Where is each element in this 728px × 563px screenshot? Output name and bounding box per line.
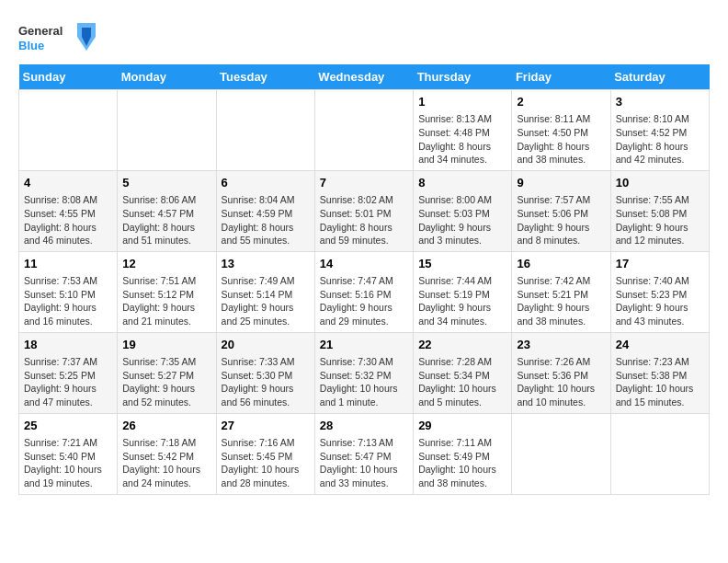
calendar-body: 1Sunrise: 8:13 AM Sunset: 4:48 PM Daylig… xyxy=(19,90,710,495)
day-number: 18 xyxy=(24,337,112,353)
calendar-cell xyxy=(314,90,413,171)
calendar-cell: 17Sunrise: 7:40 AM Sunset: 5:23 PM Dayli… xyxy=(610,251,709,332)
day-info: Sunrise: 7:44 AM Sunset: 5:19 PM Dayligh… xyxy=(418,274,506,328)
calendar-cell: 26Sunrise: 7:18 AM Sunset: 5:42 PM Dayli… xyxy=(118,413,216,494)
day-number: 24 xyxy=(616,337,704,353)
day-number: 12 xyxy=(122,256,210,272)
day-number: 15 xyxy=(418,256,506,272)
calendar-header: SundayMondayTuesdayWednesdayThursdayFrid… xyxy=(19,64,710,90)
calendar-cell: 8Sunrise: 8:00 AM Sunset: 5:03 PM Daylig… xyxy=(414,170,512,251)
svg-text:General: General xyxy=(18,24,63,38)
day-info: Sunrise: 7:49 AM Sunset: 5:14 PM Dayligh… xyxy=(222,274,310,328)
calendar-cell: 6Sunrise: 8:04 AM Sunset: 4:59 PM Daylig… xyxy=(216,170,314,251)
day-info: Sunrise: 8:08 AM Sunset: 4:55 PM Dayligh… xyxy=(24,193,112,247)
day-number: 4 xyxy=(24,175,112,191)
day-info: Sunrise: 7:30 AM Sunset: 5:32 PM Dayligh… xyxy=(320,355,408,409)
day-number: 21 xyxy=(320,337,408,353)
calendar-cell: 11Sunrise: 7:53 AM Sunset: 5:10 PM Dayli… xyxy=(19,251,118,332)
day-number: 13 xyxy=(222,256,310,272)
day-number: 9 xyxy=(517,175,605,191)
day-number: 7 xyxy=(320,175,408,191)
day-number: 27 xyxy=(222,418,310,434)
logo-svg: General Blue xyxy=(18,18,74,55)
day-number: 17 xyxy=(616,256,704,272)
day-info: Sunrise: 8:11 AM Sunset: 4:50 PM Dayligh… xyxy=(517,112,605,167)
calendar-week-3: 11Sunrise: 7:53 AM Sunset: 5:10 PM Dayli… xyxy=(19,251,710,332)
calendar-week-4: 18Sunrise: 7:37 AM Sunset: 5:25 PM Dayli… xyxy=(19,332,710,413)
day-info: Sunrise: 7:42 AM Sunset: 5:21 PM Dayligh… xyxy=(517,274,605,328)
day-info: Sunrise: 7:35 AM Sunset: 5:27 PM Dayligh… xyxy=(122,355,210,409)
calendar-cell xyxy=(118,90,216,171)
day-number: 23 xyxy=(517,337,605,353)
day-number: 11 xyxy=(24,256,112,272)
logo: General Blue xyxy=(18,18,96,55)
day-number: 10 xyxy=(616,175,704,191)
calendar-cell xyxy=(610,413,709,494)
day-number: 19 xyxy=(122,337,210,353)
day-number: 3 xyxy=(616,94,704,110)
calendar-cell: 9Sunrise: 7:57 AM Sunset: 5:06 PM Daylig… xyxy=(512,170,610,251)
day-info: Sunrise: 7:51 AM Sunset: 5:12 PM Dayligh… xyxy=(122,274,210,328)
day-info: Sunrise: 8:02 AM Sunset: 5:01 PM Dayligh… xyxy=(320,193,408,247)
day-header-sunday: Sunday xyxy=(19,64,118,90)
calendar-cell: 16Sunrise: 7:42 AM Sunset: 5:21 PM Dayli… xyxy=(512,251,610,332)
day-number: 2 xyxy=(517,94,605,110)
day-number: 29 xyxy=(418,418,506,434)
header-row: SundayMondayTuesdayWednesdayThursdayFrid… xyxy=(19,64,710,90)
calendar-cell: 29Sunrise: 7:11 AM Sunset: 5:49 PM Dayli… xyxy=(414,413,512,494)
calendar-cell: 25Sunrise: 7:21 AM Sunset: 5:40 PM Dayli… xyxy=(19,413,118,494)
calendar-cell: 23Sunrise: 7:26 AM Sunset: 5:36 PM Dayli… xyxy=(512,332,610,413)
calendar-cell: 3Sunrise: 8:10 AM Sunset: 4:52 PM Daylig… xyxy=(610,90,709,171)
day-info: Sunrise: 7:26 AM Sunset: 5:36 PM Dayligh… xyxy=(517,355,605,409)
day-number: 22 xyxy=(418,337,506,353)
calendar-cell: 21Sunrise: 7:30 AM Sunset: 5:32 PM Dayli… xyxy=(314,332,413,413)
day-number: 6 xyxy=(222,175,310,191)
day-info: Sunrise: 8:13 AM Sunset: 4:48 PM Dayligh… xyxy=(418,112,506,167)
day-info: Sunrise: 7:28 AM Sunset: 5:34 PM Dayligh… xyxy=(418,355,506,409)
calendar-week-1: 1Sunrise: 8:13 AM Sunset: 4:48 PM Daylig… xyxy=(19,90,710,171)
calendar-cell: 19Sunrise: 7:35 AM Sunset: 5:27 PM Dayli… xyxy=(118,332,216,413)
day-info: Sunrise: 7:37 AM Sunset: 5:25 PM Dayligh… xyxy=(24,355,112,409)
calendar-cell: 13Sunrise: 7:49 AM Sunset: 5:14 PM Dayli… xyxy=(216,251,314,332)
day-info: Sunrise: 7:16 AM Sunset: 5:45 PM Dayligh… xyxy=(222,436,310,490)
day-info: Sunrise: 8:04 AM Sunset: 4:59 PM Dayligh… xyxy=(222,193,310,247)
day-info: Sunrise: 7:13 AM Sunset: 5:47 PM Dayligh… xyxy=(320,436,408,490)
day-header-tuesday: Tuesday xyxy=(216,64,314,90)
calendar-cell: 5Sunrise: 8:06 AM Sunset: 4:57 PM Daylig… xyxy=(118,170,216,251)
calendar-cell: 15Sunrise: 7:44 AM Sunset: 5:19 PM Dayli… xyxy=(414,251,512,332)
day-number: 25 xyxy=(24,418,112,434)
day-info: Sunrise: 8:10 AM Sunset: 4:52 PM Dayligh… xyxy=(616,112,704,167)
calendar-cell: 10Sunrise: 7:55 AM Sunset: 5:08 PM Dayli… xyxy=(610,170,709,251)
calendar-cell: 7Sunrise: 8:02 AM Sunset: 5:01 PM Daylig… xyxy=(314,170,413,251)
logo-arrow-icon xyxy=(77,23,96,51)
calendar-cell: 27Sunrise: 7:16 AM Sunset: 5:45 PM Dayli… xyxy=(216,413,314,494)
day-number: 14 xyxy=(320,256,408,272)
page-header: General Blue xyxy=(18,18,710,55)
day-info: Sunrise: 8:06 AM Sunset: 4:57 PM Dayligh… xyxy=(122,193,210,247)
day-number: 8 xyxy=(418,175,506,191)
calendar-table: SundayMondayTuesdayWednesdayThursdayFrid… xyxy=(18,64,710,495)
calendar-cell: 18Sunrise: 7:37 AM Sunset: 5:25 PM Dayli… xyxy=(19,332,118,413)
day-header-thursday: Thursday xyxy=(414,64,512,90)
day-info: Sunrise: 7:57 AM Sunset: 5:06 PM Dayligh… xyxy=(517,193,605,247)
calendar-cell xyxy=(19,90,118,171)
calendar-cell: 2Sunrise: 8:11 AM Sunset: 4:50 PM Daylig… xyxy=(512,90,610,171)
day-number: 1 xyxy=(418,94,506,110)
day-info: Sunrise: 7:21 AM Sunset: 5:40 PM Dayligh… xyxy=(24,436,112,490)
day-info: Sunrise: 7:11 AM Sunset: 5:49 PM Dayligh… xyxy=(418,436,506,490)
day-number: 16 xyxy=(517,256,605,272)
day-header-monday: Monday xyxy=(118,64,216,90)
day-header-saturday: Saturday xyxy=(610,64,709,90)
calendar-cell xyxy=(216,90,314,171)
day-info: Sunrise: 7:23 AM Sunset: 5:38 PM Dayligh… xyxy=(616,355,704,409)
day-header-friday: Friday xyxy=(512,64,610,90)
day-number: 20 xyxy=(222,337,310,353)
calendar-cell: 1Sunrise: 8:13 AM Sunset: 4:48 PM Daylig… xyxy=(414,90,512,171)
calendar-cell: 24Sunrise: 7:23 AM Sunset: 5:38 PM Dayli… xyxy=(610,332,709,413)
day-info: Sunrise: 7:40 AM Sunset: 5:23 PM Dayligh… xyxy=(616,274,704,328)
day-info: Sunrise: 8:00 AM Sunset: 5:03 PM Dayligh… xyxy=(418,193,506,247)
calendar-cell: 22Sunrise: 7:28 AM Sunset: 5:34 PM Dayli… xyxy=(414,332,512,413)
calendar-cell: 12Sunrise: 7:51 AM Sunset: 5:12 PM Dayli… xyxy=(118,251,216,332)
day-info: Sunrise: 7:33 AM Sunset: 5:30 PM Dayligh… xyxy=(222,355,310,409)
calendar-cell: 28Sunrise: 7:13 AM Sunset: 5:47 PM Dayli… xyxy=(314,413,413,494)
